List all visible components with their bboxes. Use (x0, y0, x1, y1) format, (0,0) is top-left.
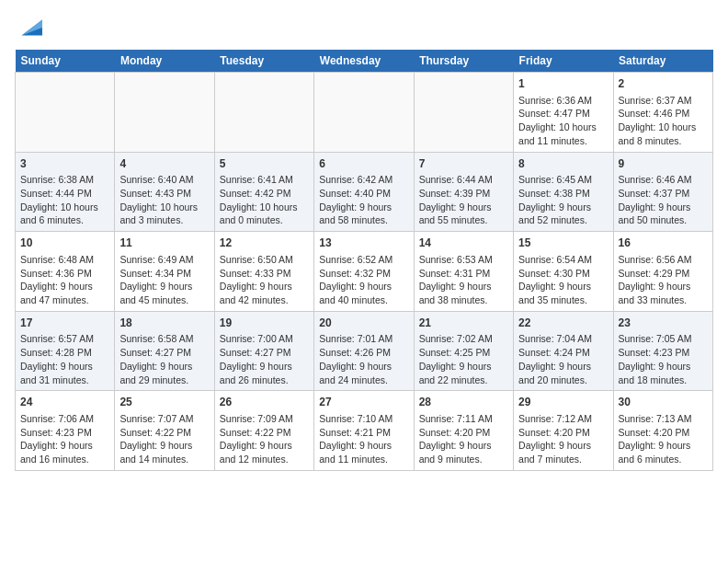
day-cell: 13Sunrise: 6:52 AMSunset: 4:32 PMDayligh… (314, 232, 414, 312)
day-info: Sunrise: 6:57 AMSunset: 4:28 PMDaylight:… (20, 332, 109, 386)
day-number: 11 (119, 236, 209, 251)
day-cell: 2Sunrise: 6:37 AMSunset: 4:46 PMDaylight… (613, 73, 712, 153)
day-number: 23 (619, 316, 708, 331)
logo-icon (17, 15, 42, 40)
day-info: Sunrise: 6:41 AMSunset: 4:42 PMDaylight:… (220, 173, 309, 227)
day-number: 13 (319, 236, 408, 251)
week-row-5: 24Sunrise: 7:06 AMSunset: 4:23 PMDayligh… (16, 391, 713, 471)
day-number: 21 (419, 316, 508, 331)
day-info: Sunrise: 7:11 AMSunset: 4:20 PMDaylight:… (419, 412, 508, 466)
day-cell: 29Sunrise: 7:12 AMSunset: 4:20 PMDayligh… (514, 391, 613, 471)
day-cell: 10Sunrise: 6:48 AMSunset: 4:36 PMDayligh… (16, 232, 115, 312)
day-number: 1 (518, 76, 608, 92)
day-info: Sunrise: 6:48 AMSunset: 4:36 PMDaylight:… (20, 253, 109, 307)
day-info: Sunrise: 6:50 AMSunset: 4:33 PMDaylight:… (220, 253, 309, 307)
day-info: Sunrise: 6:53 AMSunset: 4:31 PMDaylight:… (419, 253, 508, 307)
day-info: Sunrise: 7:05 AMSunset: 4:23 PMDaylight:… (619, 332, 708, 386)
day-info: Sunrise: 7:10 AMSunset: 4:21 PMDaylight:… (319, 412, 408, 466)
day-number: 12 (220, 236, 309, 251)
day-cell: 21Sunrise: 7:02 AMSunset: 4:25 PMDayligh… (414, 311, 513, 391)
day-cell: 5Sunrise: 6:41 AMSunset: 4:42 PMDaylight… (214, 152, 313, 232)
day-number: 20 (319, 316, 408, 331)
day-info: Sunrise: 6:44 AMSunset: 4:39 PMDaylight:… (419, 173, 508, 227)
day-info: Sunrise: 6:40 AMSunset: 4:43 PMDaylight:… (119, 173, 209, 227)
day-info: Sunrise: 7:07 AMSunset: 4:22 PMDaylight:… (119, 412, 209, 466)
calendar-header: SundayMondayTuesdayWednesdayThursdayFrid… (16, 50, 713, 73)
day-cell: 12Sunrise: 6:50 AMSunset: 4:33 PMDayligh… (214, 232, 313, 312)
day-info: Sunrise: 7:00 AMSunset: 4:27 PMDaylight:… (220, 332, 309, 386)
logo (15, 15, 42, 40)
day-number: 8 (518, 156, 608, 172)
column-header-sunday: Sunday (16, 50, 115, 73)
day-info: Sunrise: 7:13 AMSunset: 4:20 PMDaylight:… (619, 412, 708, 466)
day-info: Sunrise: 6:45 AMSunset: 4:38 PMDaylight:… (518, 173, 608, 227)
day-cell: 26Sunrise: 7:09 AMSunset: 4:22 PMDayligh… (214, 391, 313, 471)
day-cell: 9Sunrise: 6:46 AMSunset: 4:37 PMDaylight… (613, 152, 712, 232)
column-header-tuesday: Tuesday (214, 50, 313, 73)
day-cell: 16Sunrise: 6:56 AMSunset: 4:29 PMDayligh… (613, 232, 712, 312)
day-cell: 14Sunrise: 6:53 AMSunset: 4:31 PMDayligh… (414, 232, 513, 312)
day-number: 18 (119, 316, 209, 331)
day-info: Sunrise: 6:54 AMSunset: 4:30 PMDaylight:… (518, 253, 608, 307)
day-cell: 20Sunrise: 7:01 AMSunset: 4:26 PMDayligh… (314, 311, 414, 391)
day-cell: 25Sunrise: 7:07 AMSunset: 4:22 PMDayligh… (115, 391, 214, 471)
day-number: 30 (619, 395, 708, 410)
day-cell: 15Sunrise: 6:54 AMSunset: 4:30 PMDayligh… (514, 232, 613, 312)
day-number: 14 (419, 236, 508, 251)
day-number: 24 (20, 395, 109, 410)
day-cell (214, 73, 313, 153)
day-cell: 8Sunrise: 6:45 AMSunset: 4:38 PMDaylight… (514, 152, 613, 232)
day-info: Sunrise: 6:38 AMSunset: 4:44 PMDaylight:… (20, 173, 109, 227)
day-cell: 18Sunrise: 6:58 AMSunset: 4:27 PMDayligh… (115, 311, 214, 391)
day-number: 10 (20, 236, 109, 251)
day-cell: 19Sunrise: 7:00 AMSunset: 4:27 PMDayligh… (214, 311, 313, 391)
header (15, 15, 713, 40)
header-row: SundayMondayTuesdayWednesdayThursdayFrid… (16, 50, 713, 73)
day-number: 9 (619, 156, 708, 172)
day-number: 25 (119, 395, 209, 410)
day-number: 17 (20, 316, 109, 331)
day-number: 4 (119, 156, 209, 172)
day-cell (414, 73, 513, 153)
calendar-body: 1Sunrise: 6:36 AMSunset: 4:47 PMDaylight… (16, 73, 713, 471)
day-cell: 11Sunrise: 6:49 AMSunset: 4:34 PMDayligh… (115, 232, 214, 312)
day-info: Sunrise: 6:46 AMSunset: 4:37 PMDaylight:… (619, 173, 708, 227)
day-number: 27 (319, 395, 408, 410)
day-number: 19 (220, 316, 309, 331)
day-cell (314, 73, 414, 153)
day-cell: 27Sunrise: 7:10 AMSunset: 4:21 PMDayligh… (314, 391, 414, 471)
day-info: Sunrise: 7:02 AMSunset: 4:25 PMDaylight:… (419, 332, 508, 386)
column-header-wednesday: Wednesday (314, 50, 414, 73)
day-info: Sunrise: 6:58 AMSunset: 4:27 PMDaylight:… (119, 332, 209, 386)
day-info: Sunrise: 7:09 AMSunset: 4:22 PMDaylight:… (220, 412, 309, 466)
column-header-thursday: Thursday (414, 50, 513, 73)
day-info: Sunrise: 7:06 AMSunset: 4:23 PMDaylight:… (20, 412, 109, 466)
day-cell: 30Sunrise: 7:13 AMSunset: 4:20 PMDayligh… (613, 391, 712, 471)
day-info: Sunrise: 6:37 AMSunset: 4:46 PMDaylight:… (619, 94, 708, 148)
day-cell: 1Sunrise: 6:36 AMSunset: 4:47 PMDaylight… (514, 73, 613, 153)
day-info: Sunrise: 7:01 AMSunset: 4:26 PMDaylight:… (319, 332, 408, 386)
day-cell: 4Sunrise: 6:40 AMSunset: 4:43 PMDaylight… (115, 152, 214, 232)
day-info: Sunrise: 7:04 AMSunset: 4:24 PMDaylight:… (518, 332, 608, 386)
day-cell: 7Sunrise: 6:44 AMSunset: 4:39 PMDaylight… (414, 152, 513, 232)
day-cell: 24Sunrise: 7:06 AMSunset: 4:23 PMDayligh… (16, 391, 115, 471)
day-number: 22 (518, 316, 608, 331)
day-number: 3 (20, 156, 109, 172)
week-row-4: 17Sunrise: 6:57 AMSunset: 4:28 PMDayligh… (16, 311, 713, 391)
day-cell (115, 73, 214, 153)
day-number: 2 (619, 76, 708, 92)
week-row-3: 10Sunrise: 6:48 AMSunset: 4:36 PMDayligh… (16, 232, 713, 312)
column-header-monday: Monday (115, 50, 214, 73)
column-header-friday: Friday (514, 50, 613, 73)
day-info: Sunrise: 6:56 AMSunset: 4:29 PMDaylight:… (619, 253, 708, 307)
day-cell: 17Sunrise: 6:57 AMSunset: 4:28 PMDayligh… (16, 311, 115, 391)
column-header-saturday: Saturday (613, 50, 712, 73)
day-cell (16, 73, 115, 153)
day-number: 6 (319, 156, 408, 172)
day-number: 7 (419, 156, 508, 172)
calendar-table: SundayMondayTuesdayWednesdayThursdayFrid… (15, 50, 713, 471)
day-cell: 28Sunrise: 7:11 AMSunset: 4:20 PMDayligh… (414, 391, 513, 471)
day-info: Sunrise: 6:36 AMSunset: 4:47 PMDaylight:… (518, 94, 608, 148)
day-cell: 22Sunrise: 7:04 AMSunset: 4:24 PMDayligh… (514, 311, 613, 391)
day-info: Sunrise: 6:42 AMSunset: 4:40 PMDaylight:… (319, 173, 408, 227)
